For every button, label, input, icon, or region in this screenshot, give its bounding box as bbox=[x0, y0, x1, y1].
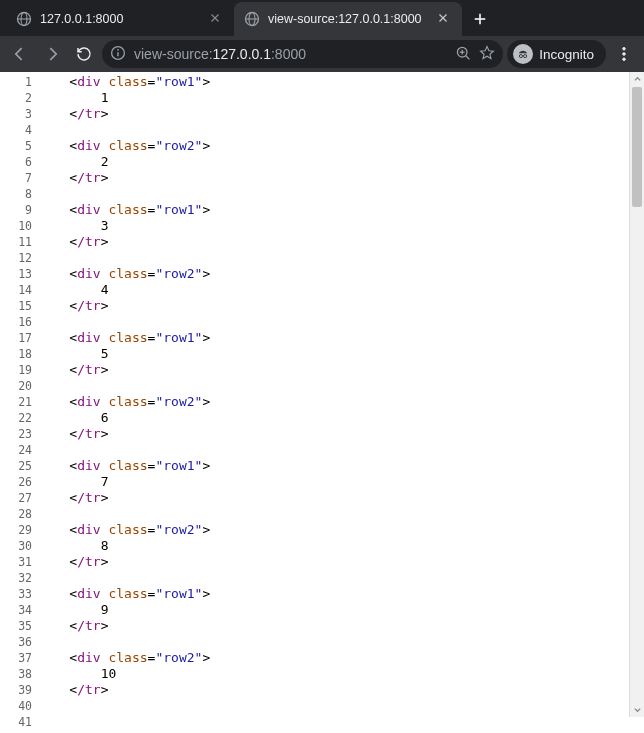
source-line: </tr> bbox=[38, 298, 644, 314]
source-line bbox=[38, 698, 644, 714]
scrollbar-track[interactable] bbox=[630, 87, 644, 702]
line-number: 27 bbox=[0, 490, 32, 506]
source-line bbox=[38, 634, 644, 650]
menu-button[interactable] bbox=[610, 40, 638, 68]
source-line: </tr> bbox=[38, 426, 644, 442]
line-number: 33 bbox=[0, 586, 32, 602]
line-number: 16 bbox=[0, 314, 32, 330]
svg-point-21 bbox=[524, 55, 527, 58]
scroll-down-button[interactable] bbox=[630, 702, 644, 717]
tab-1[interactable]: view-source:127.0.0.1:8000 bbox=[234, 2, 462, 36]
omnibox-url: view-source:127.0.0.1:8000 bbox=[134, 46, 447, 62]
scrollbar-thumb[interactable] bbox=[632, 87, 642, 207]
line-number: 30 bbox=[0, 538, 32, 554]
line-number: 23 bbox=[0, 426, 32, 442]
zoom-icon[interactable] bbox=[455, 45, 471, 64]
line-number: 28 bbox=[0, 506, 32, 522]
svg-point-24 bbox=[623, 53, 626, 56]
tab-title: view-source:127.0.0.1:8000 bbox=[268, 12, 428, 26]
source-line: 2 bbox=[38, 154, 644, 170]
line-number: 6 bbox=[0, 154, 32, 170]
new-tab-button[interactable] bbox=[466, 5, 494, 33]
source-line: <div class="row2"> bbox=[38, 650, 644, 666]
line-number: 39 bbox=[0, 682, 32, 698]
source-line: <div class="row1"> bbox=[38, 330, 644, 346]
line-number: 25 bbox=[0, 458, 32, 474]
line-number: 9 bbox=[0, 202, 32, 218]
omnibox[interactable]: view-source:127.0.0.1:8000 bbox=[102, 40, 503, 68]
line-number: 5 bbox=[0, 138, 32, 154]
globe-icon bbox=[244, 11, 260, 27]
line-number: 12 bbox=[0, 250, 32, 266]
line-number: 31 bbox=[0, 554, 32, 570]
source-line: </tr> bbox=[38, 682, 644, 698]
line-number: 32 bbox=[0, 570, 32, 586]
source-line: <div class="row1"> bbox=[38, 458, 644, 474]
source-line: 3 bbox=[38, 218, 644, 234]
line-number: 22 bbox=[0, 410, 32, 426]
source-line: <div class="row2"> bbox=[38, 266, 644, 282]
source-line bbox=[38, 506, 644, 522]
vertical-scrollbar[interactable] bbox=[629, 72, 644, 717]
line-number: 8 bbox=[0, 186, 32, 202]
line-number: 2 bbox=[0, 90, 32, 106]
tab-strip: 127.0.0.1:8000 view-source:127.0.0.1:800… bbox=[0, 0, 644, 36]
line-number: 29 bbox=[0, 522, 32, 538]
tab-0[interactable]: 127.0.0.1:8000 bbox=[6, 2, 234, 36]
source-line bbox=[38, 314, 644, 330]
reload-button[interactable] bbox=[70, 40, 98, 68]
svg-point-25 bbox=[623, 58, 626, 61]
line-number: 36 bbox=[0, 634, 32, 650]
svg-line-16 bbox=[466, 55, 470, 59]
line-number: 10 bbox=[0, 218, 32, 234]
svg-point-23 bbox=[623, 47, 626, 50]
source-line: 7 bbox=[38, 474, 644, 490]
incognito-chip[interactable]: Incognito bbox=[507, 40, 606, 68]
tab-title: 127.0.0.1:8000 bbox=[40, 12, 200, 26]
line-number: 13 bbox=[0, 266, 32, 282]
source-code[interactable]: <div class="row1"> 1 </tr> <div class="r… bbox=[38, 72, 644, 733]
incognito-icon bbox=[513, 44, 533, 64]
source-line bbox=[38, 442, 644, 458]
line-number: 15 bbox=[0, 298, 32, 314]
source-line: 10 bbox=[38, 666, 644, 682]
source-line: <div class="row1"> bbox=[38, 586, 644, 602]
source-line: </tr> bbox=[38, 234, 644, 250]
line-number: 40 bbox=[0, 698, 32, 714]
source-line: <div class="row1"> bbox=[38, 74, 644, 90]
source-line: <div class="row2"> bbox=[38, 522, 644, 538]
line-number: 26 bbox=[0, 474, 32, 490]
info-icon[interactable] bbox=[110, 45, 126, 64]
source-line: 6 bbox=[38, 410, 644, 426]
close-icon[interactable] bbox=[208, 11, 224, 27]
source-line: <div class="row1"> bbox=[38, 202, 644, 218]
star-icon[interactable] bbox=[479, 45, 495, 64]
line-number: 38 bbox=[0, 666, 32, 682]
source-line bbox=[38, 250, 644, 266]
source-line: </tr> bbox=[38, 170, 644, 186]
incognito-label: Incognito bbox=[539, 47, 594, 62]
forward-button[interactable] bbox=[38, 40, 66, 68]
line-number: 14 bbox=[0, 282, 32, 298]
back-button[interactable] bbox=[6, 40, 34, 68]
line-number: 20 bbox=[0, 378, 32, 394]
source-line: 1 bbox=[38, 90, 644, 106]
line-number: 41 bbox=[0, 714, 32, 730]
line-number: 24 bbox=[0, 442, 32, 458]
source-line bbox=[38, 570, 644, 586]
source-line: </tr> bbox=[38, 362, 644, 378]
line-number: 21 bbox=[0, 394, 32, 410]
line-number: 11 bbox=[0, 234, 32, 250]
line-number-gutter: 1234567891011121314151617181920212223242… bbox=[0, 72, 38, 733]
line-number: 37 bbox=[0, 650, 32, 666]
line-number: 7 bbox=[0, 170, 32, 186]
source-line: 4 bbox=[38, 282, 644, 298]
close-icon[interactable] bbox=[436, 11, 452, 27]
scroll-up-button[interactable] bbox=[630, 72, 644, 87]
line-number: 35 bbox=[0, 618, 32, 634]
source-line: </tr> bbox=[38, 490, 644, 506]
source-line bbox=[38, 122, 644, 138]
source-line: <div class="row2"> bbox=[38, 138, 644, 154]
source-view: 1234567891011121314151617181920212223242… bbox=[0, 72, 644, 733]
source-line: 9 bbox=[38, 602, 644, 618]
